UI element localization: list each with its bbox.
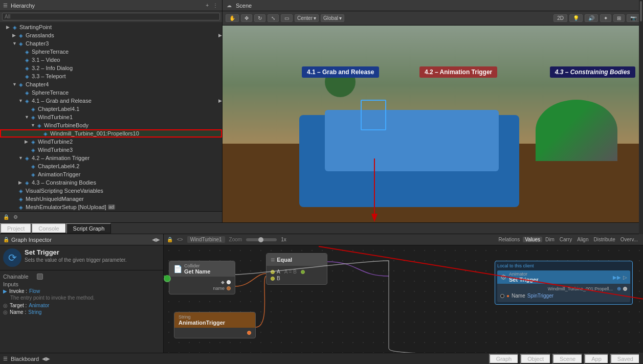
tree-item-meshemulator[interactable]: ◈ MeshEmulatorSetup [NoUpload] ad: [0, 203, 222, 211]
move-tool-btn[interactable]: ✥: [241, 14, 252, 22]
dim-tab[interactable]: Dim: [543, 237, 557, 242]
chainable-checkbox[interactable]: [37, 274, 43, 280]
go-icon: ◈: [30, 105, 37, 112]
tree-item-video[interactable]: ◈ 3.1 – Video: [0, 56, 222, 64]
inspector-node-row: ⟳ Set Trigger Sets the value of the give…: [3, 248, 160, 267]
tree-item-teleport[interactable]: ◈ 3.3 – Teleport: [0, 72, 222, 80]
hierarchy-search-input[interactable]: [2, 13, 220, 20]
tree-item-chapterlabel42[interactable]: ◈ ChapterLabel4.2: [0, 162, 222, 170]
camera-btn[interactable]: 📷: [627, 14, 640, 22]
arrow-icon: ▶: [6, 25, 11, 30]
zoom-slider[interactable]: [246, 238, 277, 241]
hierarchy-menu-btn[interactable]: ⋮: [212, 3, 219, 8]
hierarchy-lock-btn[interactable]: 🔒: [2, 214, 10, 220]
overview-tab[interactable]: Overv...: [618, 237, 640, 242]
local-node-set-trigger[interactable]: ⚙ Animator Set Trigger ▶▶ ▷ Windmill_: [497, 270, 630, 302]
local-box-header: Local to this client: [497, 263, 630, 268]
port-name-row: ● Name SpinTrigger: [500, 293, 627, 299]
tree-item-chapterlabel41[interactable]: ◈ ChapterLabel4.1: [0, 105, 222, 113]
tree-item-windturbine2[interactable]: ▶ ◈ WindTurbine2: [0, 138, 222, 146]
tree-item-grabrelease[interactable]: ▼ ◈ 4.1 – Grab and Release ▶: [0, 97, 222, 105]
inspector-title: Graph Inspector: [11, 237, 52, 243]
bottom-section: Project Console Script Graph 🔒 Graph Ins…: [0, 222, 643, 364]
scale-tool-btn[interactable]: ⤡: [268, 14, 279, 22]
string-type: String: [179, 314, 225, 320]
tree-item-animationtrigger[interactable]: ◈ AnimationTrigger: [0, 170, 222, 178]
tree-item-sphereterrace[interactable]: ◈ SphereTerrace: [0, 48, 222, 56]
tree-item-meshuniqueid[interactable]: ◈ MeshUniqueldManager: [0, 195, 222, 203]
arrow-icon: ▶: [18, 180, 24, 185]
rect-tool-btn[interactable]: ▭: [281, 14, 293, 22]
tree-item-windmill-propellors[interactable]: ◈ Windmill_Turbine_001:Propellors10: [0, 129, 222, 138]
go-icon: ◈: [30, 146, 37, 153]
tree-item-visualscripting[interactable]: ◈ VisualScripting SceneVariables: [0, 187, 222, 195]
values-tab[interactable]: Values: [523, 237, 542, 242]
tree-item-animtrigger[interactable]: ▼ ◈ 4.2 – Animation Trigger: [0, 154, 222, 162]
tree-item-chapter4[interactable]: ▼ ◈ Chapter4: [0, 80, 222, 88]
bb-tab-saved[interactable]: Saved: [610, 354, 640, 364]
tree-item-sphereterrace2[interactable]: ◈ SphereTerrace: [0, 88, 222, 97]
go-icon: ◈: [36, 122, 43, 129]
bb-tab-scene[interactable]: Scene: [552, 354, 582, 364]
tree-item-windturbinebody[interactable]: ▼ ◈ WindTurbineBody: [0, 121, 222, 129]
bb-expand-icon: ◀▶: [42, 356, 50, 361]
hierarchy-settings-btn[interactable]: ⚙: [12, 214, 19, 220]
local-node-name: Set Trigger: [509, 277, 538, 283]
go-icon: ◈: [30, 163, 37, 170]
equal-name: Equal: [277, 257, 292, 263]
audio-btn[interactable]: 🔊: [585, 14, 598, 22]
node-string-animationtrigger[interactable]: String AnimationTrigger: [174, 312, 256, 338]
tree-item-startingpoint[interactable]: ▶ ◈ StartingPoint: [0, 23, 222, 31]
port-circle-white: [227, 280, 231, 284]
equal-body: A A = B B: [267, 266, 327, 284]
tree-item-windturbine3[interactable]: ◈ WindTurbine3: [0, 146, 222, 154]
arrow-icon: ▼: [18, 155, 24, 161]
hierarchy-tree: ▶ ◈ StartingPoint ▶ ◈ Grasslands ▶ ▼ ◈ C…: [0, 22, 222, 211]
global-dropdown[interactable]: Global▾: [321, 14, 344, 22]
go-icon: ◈: [24, 73, 31, 80]
tab-project[interactable]: Project: [0, 223, 31, 234]
go-icon: ◈: [17, 187, 25, 194]
tree-label: StartingPoint: [19, 24, 52, 30]
target-type: Animator: [29, 303, 49, 308]
align-tab[interactable]: Align: [575, 237, 590, 242]
inspector-inputs-section: Inputs ▶ Invoke : Flow The entry point t…: [3, 281, 160, 315]
light-btn[interactable]: 💡: [569, 14, 583, 22]
tree-item-grasslands[interactable]: ▶ ◈ Grasslands ▶: [0, 31, 222, 39]
tree-item-infodialog[interactable]: ◈ 3.2 – Info Dialog: [0, 64, 222, 72]
inspector-node-name: Set Trigger: [25, 248, 127, 256]
distribute-tab[interactable]: Distribute: [591, 237, 617, 242]
bottom-content: 🔒 Graph Inspector ◀▶ ⟳ Set Trigger Sets …: [0, 234, 643, 353]
2d-btn[interactable]: 2D: [553, 14, 567, 22]
app-root: ☰ Hierarchy + ⋮ ▶ ◈ StartingPoint: [0, 0, 643, 364]
bb-tab-graph[interactable]: Graph: [489, 354, 519, 364]
tree-item-windturbine1[interactable]: ▼ ◈ WindTurbine1: [0, 113, 222, 121]
fx-btn[interactable]: ✦: [600, 14, 611, 22]
relations-tab[interactable]: Relations: [496, 237, 522, 242]
node-collider-get-name[interactable]: 📄 Collider Get Name ◆: [169, 261, 235, 294]
bb-tab-app[interactable]: App: [584, 354, 608, 364]
hierarchy-title: Hierarchy: [11, 3, 35, 9]
carry-tab[interactable]: Carry: [558, 237, 574, 242]
target-port-label: Windmill_Turbine_001:Propell...: [548, 286, 613, 291]
bb-tab-object[interactable]: Object: [520, 354, 550, 364]
center-dropdown[interactable]: Center▾: [295, 14, 319, 22]
grid-btn[interactable]: ⊞: [613, 14, 625, 22]
label-grab-release: 4.1 – Grab and Release: [302, 66, 379, 78]
windturbine-tab[interactable]: WindTurbine1: [187, 236, 225, 243]
node-equal[interactable]: ≡ Equal A A = B: [266, 253, 327, 285]
tree-label: WindTurbine1: [38, 114, 73, 120]
arrow-icon: ▼: [12, 82, 17, 87]
tree-label: 4.2 – Animation Trigger: [32, 155, 90, 161]
go-icon: ◈: [42, 130, 49, 137]
tree-item-constraining[interactable]: ▶ ◈ 4.3 – Constraining Bodies: [0, 178, 222, 187]
hand-tool-btn[interactable]: ✋: [226, 14, 239, 22]
tab-console[interactable]: Console: [31, 223, 65, 234]
tree-item-chapter3[interactable]: ▼ ◈ Chapter3: [0, 39, 222, 48]
rotate-tool-btn[interactable]: ↻: [254, 14, 265, 22]
collider-body: ◆ name: [169, 277, 235, 294]
hierarchy-add-btn[interactable]: +: [205, 3, 210, 8]
zoom-label: Zoom: [229, 237, 242, 242]
local-node-type: Animator: [509, 271, 538, 277]
tab-script-graph[interactable]: Script Graph: [66, 223, 112, 234]
